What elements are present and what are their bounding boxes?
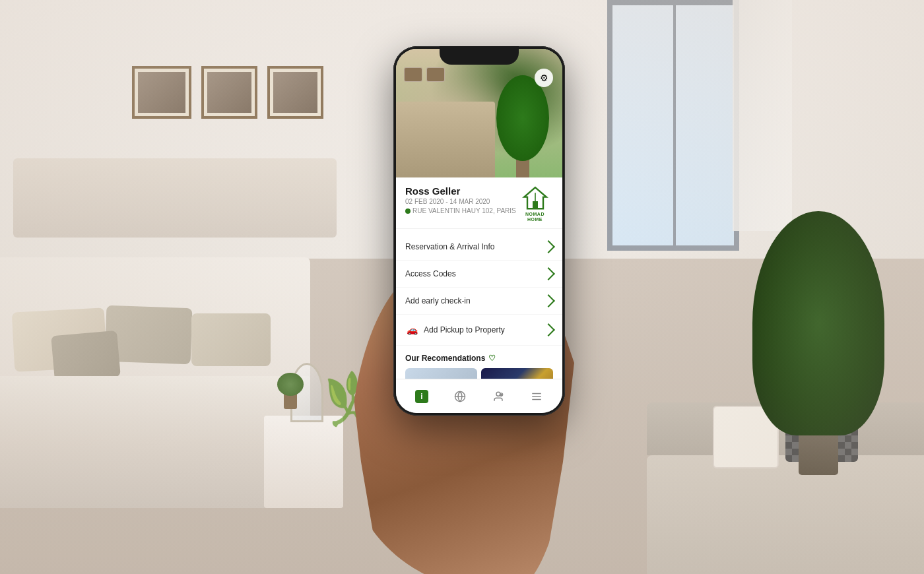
nav-item-user[interactable]: +: [482, 386, 514, 407]
car-icon: 🚗: [405, 323, 418, 336]
nomad-home-logo: NOMAD HOME: [517, 185, 553, 222]
heart-icon: ♡: [488, 354, 496, 363]
hero-bed: [396, 102, 495, 181]
chevron-reservation: [542, 240, 555, 253]
thumb-2: [426, 67, 445, 82]
logo-brand2: HOME: [527, 217, 543, 222]
menu-item-access-left: Access Codes: [405, 269, 456, 278]
menu-item-reservation[interactable]: Reservation & Arrival Info: [396, 234, 562, 261]
bottom-navigation: i: [396, 379, 562, 413]
pillow-4: [51, 331, 121, 382]
menu-item-checkin[interactable]: Add early check-in: [396, 288, 562, 315]
nav-explore-icon: [453, 390, 467, 403]
wall-frame-2: [201, 66, 257, 119]
menu-item-access[interactable]: Access Codes: [396, 261, 562, 288]
wall-frame-1: [132, 66, 191, 119]
menu-item-checkin-left: Add early check-in: [405, 296, 471, 305]
nav-user-icon: +: [492, 390, 505, 403]
phone-device: ⚙ Ross Geller 02 FEB 2020 - 14 MAR 2020 …: [393, 46, 565, 416]
menu-item-reservation-label: Reservation & Arrival Info: [405, 242, 494, 251]
recommendations-title: Our Recomendations ♡: [405, 354, 553, 363]
nav-menu-icon: [530, 390, 543, 403]
hero-thumbnails: [404, 67, 445, 82]
nav-info-icon: i: [415, 390, 428, 403]
plant-large: [752, 211, 884, 475]
hero-plant: [496, 82, 549, 181]
phone-frame: ⚙ Ross Geller 02 FEB 2020 - 14 MAR 2020 …: [393, 46, 565, 416]
thumb-1: [404, 67, 422, 82]
settings-icon[interactable]: ⚙: [535, 69, 553, 87]
hero-property-image: [396, 49, 562, 181]
guest-info: Ross Geller 02 FEB 2020 - 14 MAR 2020 RU…: [405, 185, 517, 214]
guest-dates: 02 FEB 2020 - 14 MAR 2020: [405, 198, 517, 205]
menu-item-access-label: Access Codes: [405, 269, 456, 278]
menu-section: Reservation & Arrival Info Access Codes …: [396, 234, 562, 346]
location-icon: [405, 208, 411, 214]
menu-item-pickup-left: 🚗 Add Pickup to Property: [405, 323, 505, 336]
address-text: RUE VALENTIN HAUY 102, PARIS: [412, 207, 516, 214]
svg-text:+: +: [500, 393, 502, 396]
guest-card: Ross Geller 02 FEB 2020 - 14 MAR 2020 RU…: [396, 177, 562, 229]
guest-address: RUE VALENTIN HAUY 102, PARIS: [405, 207, 517, 214]
recommendations-label: Our Recomendations: [405, 354, 485, 363]
nav-item-menu[interactable]: [521, 386, 552, 407]
chevron-access: [542, 267, 555, 280]
guest-name: Ross Geller: [405, 185, 517, 197]
logo-svg: [522, 185, 548, 212]
phone-screen: ⚙ Ross Geller 02 FEB 2020 - 14 MAR 2020 …: [396, 49, 562, 413]
menu-item-checkin-label: Add early check-in: [405, 296, 471, 305]
phone-notch: [440, 46, 519, 65]
chevron-pickup: [542, 323, 555, 336]
menu-item-pickup[interactable]: 🚗 Add Pickup to Property: [396, 315, 562, 346]
nav-item-info[interactable]: i: [406, 386, 438, 407]
curtain: [733, 0, 792, 231]
chevron-checkin: [542, 294, 555, 307]
logo-brand: NOMAD: [525, 212, 544, 216]
menu-item-reservation-left: Reservation & Arrival Info: [405, 242, 494, 251]
nav-item-explore[interactable]: [444, 386, 476, 407]
pillow-3: [191, 313, 271, 366]
menu-item-pickup-label: Add Pickup to Property: [424, 325, 505, 335]
logo-text: NOMAD HOME: [525, 212, 544, 222]
